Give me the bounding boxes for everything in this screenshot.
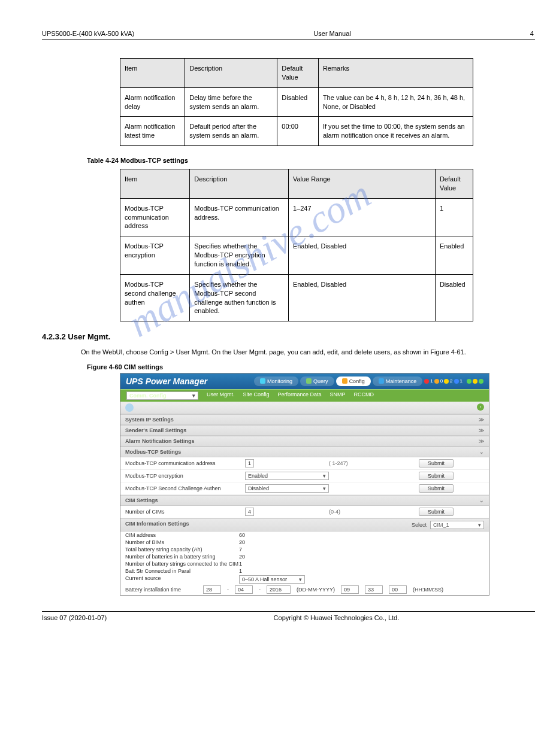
header-right: 4 User Interface [530,30,535,37]
status-indicators: 1 0 2 1 [424,378,463,384]
time-hh-input[interactable]: 09 [341,585,359,594]
hint: ( 1-247) [329,460,395,466]
chevron-down-icon: ⌄ [479,449,484,455]
td: Disabled [277,87,319,117]
date-mm-input[interactable]: 04 [235,585,253,594]
label: Modbus-TCP encryption [125,473,245,479]
submit-button[interactable]: Submit [419,484,454,493]
go-icon[interactable]: › [477,403,484,411]
table-alarm-settings: Item Description Default Value Remarks A… [120,58,473,146]
time-format: (HH:MM:SS) [413,587,443,593]
submit-button[interactable]: Submit [419,508,454,516]
date-yyyy-input[interactable]: 2016 [267,585,291,594]
badge: 1 [430,378,433,384]
subnav-site-config[interactable]: Site Config [243,391,270,400]
info-key: CIM address [125,532,239,538]
accordion-alarm-settings[interactable]: Alarm Notification Settings≫ [120,436,489,447]
indicator-icon [473,379,477,384]
submit-button[interactable]: Submit [419,472,454,480]
info-val: 1 [239,568,377,574]
th: Item [120,169,190,199]
info-val: 60 [239,532,377,538]
modbus-section[interactable]: Modbus-TCP Settings⌄ [120,447,489,457]
modbus-encryption-select[interactable]: Enabled [245,472,329,480]
tab-monitoring[interactable]: Monitoring [254,377,298,386]
tab-label: Maintenance [386,378,417,384]
config-icon [342,378,347,384]
th: Default Value [277,59,319,88]
table2-caption: Table 4-24 Modbus-TCP settings [87,157,535,164]
maintenance-icon [379,378,384,384]
label: Modbus-TCP Second Challenge Authen [125,485,245,491]
alarm-major-icon [434,379,439,384]
td: Enabled, Disabled [288,236,435,275]
td: The value can be 4 h, 8 h, 12 h, 24 h, 3… [318,87,473,117]
subnav-comm-config[interactable]: Comm. Config [126,391,198,400]
subnav-performance[interactable]: Performance Data [278,391,322,400]
cim-info-section[interactable]: CIM Information Settings Select CIM_1 [120,518,489,532]
td: Default period after the system sends an… [185,117,277,146]
modbus-addr-input[interactable]: 1 [245,459,254,467]
td: Delay time before the system sends an al… [185,87,277,117]
badge: 1 [460,378,463,384]
tab-config[interactable]: Config [336,377,371,386]
td: Modbus-TCP encryption [120,236,190,275]
chevron-icon: ≫ [479,427,484,433]
td: If you set the time to 00:00, the system… [318,117,473,146]
section-label: CIM Settings [125,497,158,503]
info-val: 1 [239,561,377,567]
accordion-ip-settings[interactable]: System IP Settings≫ [120,414,489,425]
tab-maintenance[interactable]: Maintenance [373,377,423,386]
label: Modbus-TCP communication address [125,460,245,466]
time-mm-input[interactable]: 33 [365,585,383,594]
modbus-challenge-select[interactable]: Disabled [245,484,329,493]
subnav: Comm. Config User Mgmt. Site Config Perf… [120,389,489,402]
label: Number of CIMs [125,509,245,515]
select-label: Select [412,522,427,528]
footer-left: Issue 07 (2020-01-07) [42,614,107,621]
current-source-select[interactable]: 0–50 A Hall sensor [239,575,305,584]
td: 1–247 [288,198,435,236]
th: Item [120,59,185,88]
section-label: CIM Information Settings [125,521,189,529]
info-key: Number of BIMs [125,539,239,545]
alarm-info-icon [454,379,459,384]
chevron-icon: ≫ [479,438,484,444]
accordion-label: Sender's Email Settings [125,427,186,433]
tab-label: Monitoring [267,378,292,384]
section-title: 4.2.3.2 User Mgmt. [42,332,535,341]
submit-button[interactable]: Submit [419,459,454,467]
subnav-rccmd[interactable]: RCCMD [354,391,374,400]
alarm-critical-icon [424,379,429,384]
td: 1 [435,198,473,236]
td: Specifies whether the Modbus-TCP encrypt… [190,236,289,275]
subnav-user-mgmt[interactable]: User Mgmt. [207,391,235,400]
toolbar-icon[interactable] [125,403,134,412]
figure-ups-config: UPS Power Manager Monitoring Query Confi… [120,373,489,596]
subnav-snmp[interactable]: SNMP [330,391,346,400]
tab-query[interactable]: Query [300,377,334,386]
cim-section[interactable]: CIM Settings⌄ [120,495,489,506]
header-mid: User Manual [313,30,350,37]
td: Alarm notification delay [120,87,185,117]
info-key: Batt Str Connected in Paral [125,568,239,574]
alarm-minor-icon [444,379,449,384]
cim-select[interactable]: CIM_1 [430,521,484,529]
accordion-email-settings[interactable]: Sender's Email Settings≫ [120,425,489,436]
info-val: 7 [239,546,377,552]
th: Default Value [435,169,473,199]
td: Modbus-TCP communication address. [190,198,289,236]
accordion-label: System IP Settings [125,417,174,423]
th: Description [190,169,289,199]
info-key: Number of battery strings connected to t… [125,561,239,567]
time-ss-input[interactable]: 00 [389,585,407,594]
query-icon [306,378,312,384]
date-dd-input[interactable]: 28 [203,585,221,594]
section-para: On the WebUI, choose Config > User Mgmt.… [81,347,535,357]
hint: (0-4) [329,509,395,515]
tab-label: Query [313,378,328,384]
cim-count-input[interactable]: 4 [245,508,254,516]
figure-caption: Figure 4-60 CIM settings [87,363,535,371]
td: Enabled [435,236,473,275]
chevron-down-icon: ⌄ [479,497,484,503]
